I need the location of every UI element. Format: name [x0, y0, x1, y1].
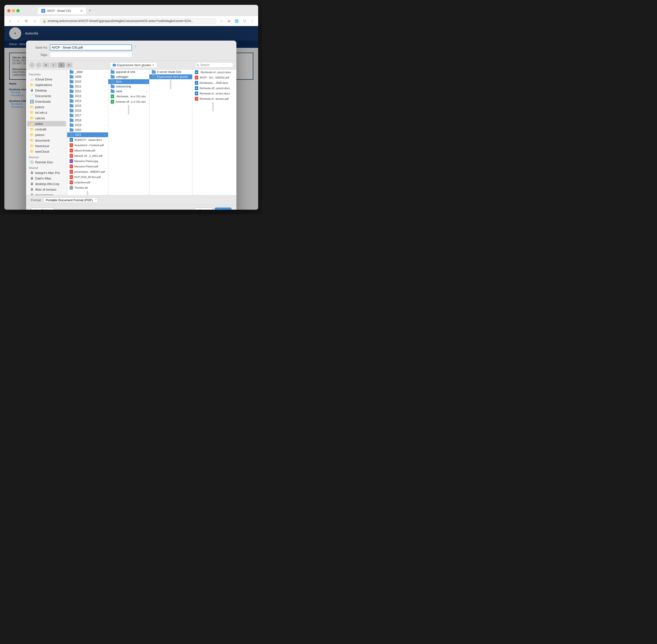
list-item[interactable]: W ~$schiesta of...prezzi.docx — [192, 70, 234, 75]
tab-close-button[interactable]: ✕ — [80, 9, 83, 13]
list-item[interactable]: P schprduvr.pdf — [67, 180, 108, 185]
view-list-button[interactable]: ≡ — [50, 62, 57, 68]
list-item[interactable]: farm › — [108, 79, 149, 84]
minimize-button[interactable] — [12, 9, 15, 12]
sidebar-item-owncloud[interactable]: 📁 ownCloud — [27, 149, 66, 154]
view-column-button[interactable]: ⊟ — [58, 62, 65, 68]
extension-button[interactable]: 🌐 — [234, 18, 240, 24]
list-item[interactable]: varie › — [108, 89, 149, 94]
list-item[interactable]: 2016 › — [67, 108, 108, 113]
view-icon-button[interactable]: ⊞ — [43, 62, 49, 68]
sidebar-item-remote-disc[interactable]: 💿 Remote Disc — [27, 159, 66, 165]
list-item[interactable]: 2011 › — [67, 84, 108, 89]
menu-button[interactable]: ⋮ — [249, 18, 256, 24]
folder-icon — [70, 105, 73, 108]
sidebar-item-contratti[interactable]: 📁 contratti — [27, 127, 66, 132]
list-item[interactable]: 2017 › — [67, 113, 108, 118]
new-tab-button[interactable]: + — [87, 7, 93, 14]
home-button[interactable]: ⌂ — [31, 18, 38, 24]
scroll-handle — [212, 102, 214, 112]
list-item[interactable]: J Massimo Pistoni.jpg — [67, 159, 108, 164]
sidebar-item-documenti[interactable]: 📁 documenti — [27, 138, 66, 143]
sidebar-item-icloud[interactable]: ☁️ iCloud Drive — [27, 76, 66, 82]
sidebar-item-ordini[interactable]: 📁 ordini — [27, 121, 66, 127]
dialog-back-button[interactable]: ‹ — [29, 62, 35, 68]
sidebar-item-downloads[interactable]: ⬇️ Downloads — [27, 99, 66, 104]
devices-label: Devices — [26, 154, 67, 159]
sidebar-item-desktop09[interactable]: 🖥 desktop-09c11sq — [27, 181, 66, 186]
list-item[interactable]: W 40306727...2ware.docx — [67, 137, 108, 142]
list-item[interactable]: outsourcing › — [108, 84, 149, 89]
saveas-input[interactable] — [50, 44, 132, 50]
address-bar[interactable]: 🔒 smartcig.anticorruzione.it/AVCP-SmartC… — [40, 18, 217, 24]
sidebar-item-infinfn[interactable]: 📁 Inf.infn.it — [27, 110, 66, 115]
sidebar-item-label: documenti — [35, 139, 50, 142]
list-item[interactable]: 2021 › — [67, 132, 108, 137]
list-item[interactable]: X richieste off...e e CIG.xlsx — [108, 99, 149, 105]
dialog-forward-button[interactable]: › — [36, 62, 42, 68]
list-item[interactable]: P AVCP - Sm...1EB332.pdf — [192, 75, 234, 80]
list-item[interactable]: 6 server blade Dell › — [149, 70, 192, 74]
list-item[interactable]: P RUP 2016_60 firm.pdf — [67, 175, 108, 180]
list-item[interactable]: 2014 › — [67, 98, 108, 104]
sidebar-item-bisegni[interactable]: 🖥 bisegni's Mac Pro — [27, 170, 66, 175]
sidebar-item-calcolo[interactable]: 📁 calcolo — [27, 115, 66, 121]
sidebar-item-nextcloud[interactable]: 📁 Nextcloud — [27, 143, 66, 148]
file-label: cablaggio — [116, 75, 128, 78]
forward-button[interactable]: › — [15, 18, 22, 24]
close-button[interactable] — [7, 9, 10, 12]
location-dropdown-icon[interactable]: ▼ — [152, 64, 154, 66]
list-item[interactable]: 2012 › — [67, 89, 108, 94]
list-item[interactable]: _older › — [67, 70, 108, 74]
saveas-expand-icon[interactable]: ⌃ — [134, 45, 137, 50]
tags-input[interactable] — [50, 52, 132, 58]
sidebar-item-imac-tomaso[interactable]: 🖥 iMac di tomaso — [27, 187, 66, 192]
location-text: Espansione farm gluster — [117, 63, 151, 67]
list-item[interactable]: W Richiesta off...prezzi.docx — [192, 86, 234, 91]
sidebar-item-documents[interactable]: 📄 Documents — [27, 93, 66, 98]
list-item[interactable]: P Richiesta of...tecnico.pdf — [192, 96, 234, 101]
location-pill[interactable]: Espansione farm gluster ▼ — [110, 62, 157, 68]
save-button[interactable]: Save — [215, 207, 232, 210]
view-gallery-button[interactable]: ⊡ — [66, 62, 72, 68]
list-item[interactable]: P fattura firmata.pdf — [67, 148, 108, 153]
list-item[interactable]: 2019 › — [67, 123, 108, 128]
list-item[interactable]: P Massimo Pistoni.pdf — [67, 164, 108, 169]
browser-tab-active[interactable]: A AVCP - Smart CIG ✕ — [38, 7, 86, 14]
list-item[interactable]: 2009 › — [67, 74, 108, 79]
sidebar-item-dael[interactable]: 🖥 Dael's iMac — [27, 176, 66, 181]
list-item[interactable]: P fattura5 20...2_s001.pdf — [67, 153, 108, 159]
sidebar-item-applications[interactable]: 📁 Applications — [27, 82, 66, 88]
folder-icon — [70, 114, 73, 117]
format-select[interactable]: Portable Document Format (PDF) — [44, 197, 98, 203]
list-item[interactable]: P AcquistoUr...Contanti.pdf — [67, 142, 108, 148]
list-item[interactable]: cablaggio › — [108, 74, 149, 79]
sidebar-item-imacsoprano[interactable]: 🖥 imacsoprano — [27, 192, 66, 195]
list-item[interactable]: 2018 › — [67, 118, 108, 123]
new-folder-button[interactable]: New Folder — [31, 207, 54, 210]
list-item[interactable]: 2015 › — [67, 104, 108, 108]
refresh-button[interactable]: ↻ — [23, 18, 30, 24]
back-button[interactable]: ‹ — [7, 18, 14, 24]
sidebar-item-desktop[interactable]: 🖥 Desktop — [27, 88, 66, 93]
list-item[interactable]: Espansione farm gluster — [149, 74, 192, 79]
sidebar-item-pistoni2[interactable]: 📁 pistoni — [27, 132, 66, 137]
pdf-icon: P — [70, 175, 73, 179]
cancel-button[interactable]: Cancel — [195, 207, 213, 210]
sidebar-item-pistoni[interactable]: 📁 pistoni — [27, 105, 66, 110]
fullscreen-button[interactable] — [17, 9, 20, 12]
list-item[interactable]: P presentazio...AMENTI.pdf — [67, 169, 108, 175]
bookmark-button[interactable]: ☆ — [218, 18, 225, 24]
list-item[interactable]: 2020 › — [67, 128, 108, 132]
list-item[interactable]: X ~$richieste...te e CIG.xlsx — [108, 94, 149, 99]
list-item[interactable]: W Dichiarazio...-2000.docx — [192, 80, 234, 86]
list-item[interactable]: W Richiesta of...ecnico.docx — [192, 91, 234, 96]
search-input[interactable] — [195, 62, 234, 68]
adblock-button[interactable]: ⊘ — [226, 18, 233, 24]
list-item[interactable]: apparati di rete › — [108, 70, 149, 74]
list-item[interactable]: 2010 › — [67, 79, 108, 84]
shield-button[interactable]: 🛡 — [241, 18, 248, 24]
pdf-icon: P — [70, 164, 73, 168]
list-item[interactable]: Thumbs.db — [67, 185, 108, 190]
list-item[interactable]: 2013 › — [67, 94, 108, 98]
